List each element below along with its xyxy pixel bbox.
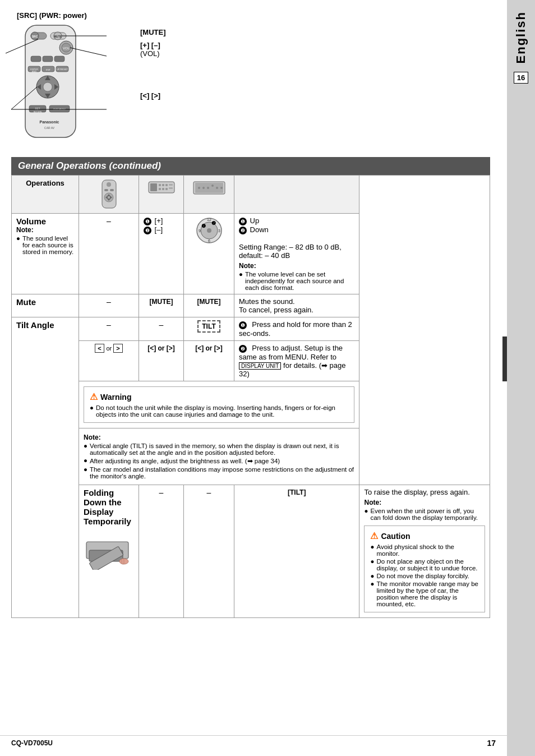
remote-container: SRC MUTE VOL ENTER BWD ENT UP/RESET xyxy=(17,22,112,151)
right-black-bar xyxy=(502,336,507,381)
svg-point-67 xyxy=(207,228,211,233)
folding-remote: – xyxy=(139,485,184,618)
tilt-row-2: < or > [<] or [>] [<] or [>] ❷ Press to … xyxy=(12,341,490,381)
volume-unit-cell: ❶ [+] ❷ [–] xyxy=(139,214,184,294)
tilt-row-1: Tilt Angle – – TILT ❶ Press and hold for… xyxy=(12,317,490,341)
tilt-note-cell: Note: ● Vertical angle (TILT) is saved i… xyxy=(79,428,359,485)
caution-b2: ● Do not place any object on the display… xyxy=(370,558,479,571)
svg-text:CAR AV: CAR AV xyxy=(44,126,55,130)
tilt-warning-cell: ⚠ Warning ● Do not touch the unit while … xyxy=(79,381,359,428)
volume-note-bullet: ● The sound level for each source is sto… xyxy=(16,235,74,255)
tilt-note-b3: ● The car model and installation conditi… xyxy=(84,466,354,480)
svg-text:SRC: SRC xyxy=(32,35,38,38)
svg-rect-12 xyxy=(54,56,64,62)
volume-remote-cell: – xyxy=(79,214,139,294)
warning-bullet: ● Do not touch the unit while the displa… xyxy=(90,404,348,418)
annotations-block: [MUTE] [+] [–] (VOL) [<] [>] xyxy=(140,28,166,104)
svg-rect-48 xyxy=(150,183,157,191)
mute-desc-cell: Mutes the sound.To cancel, press again. xyxy=(234,294,359,317)
tilt-circle-1: ❶ xyxy=(239,321,247,329)
tilt-2-remote: < or > xyxy=(79,341,139,381)
model-name: CQ-VD7005U xyxy=(11,739,53,747)
dial-icon: 12 3 9 6 ❷ ❶ xyxy=(195,216,223,245)
folding-op-cell: Folding Down the Display Temporarily xyxy=(79,485,139,618)
sidebar-english: English 16 xyxy=(507,0,535,756)
svg-text:BWD: BWD xyxy=(32,71,37,73)
svg-rect-52 xyxy=(159,188,161,190)
caution-b4: ● The monitor movable range may be limit… xyxy=(370,580,479,607)
tilt-note-b2: ● After adjusting its angle, adjust the … xyxy=(84,457,354,465)
svg-text:12: 12 xyxy=(207,218,211,222)
circle-2: ❷ xyxy=(144,227,151,234)
right-arrow-btn: > xyxy=(113,344,122,353)
tilt-op-cell: Tilt Angle xyxy=(12,317,79,618)
svg-rect-10 xyxy=(31,56,41,62)
folding-monitor-label: [TILT] xyxy=(288,488,306,496)
tilt-1-remote: – xyxy=(79,317,139,341)
folding-desc-cell: To raise the display, press again. Note:… xyxy=(359,485,490,618)
caution-b3: ● Do not move the display forcibly. xyxy=(370,573,479,579)
operations-table: Operations xyxy=(11,175,490,618)
svg-rect-78 xyxy=(122,559,124,564)
svg-text:DVD MENU: DVD MENU xyxy=(53,108,65,110)
svg-point-59 xyxy=(198,187,200,189)
col-operations-header: Operations xyxy=(12,176,79,214)
folding-illustration xyxy=(84,531,134,571)
svg-point-61 xyxy=(207,187,209,189)
remote-icon xyxy=(82,179,135,210)
col-remote-header xyxy=(79,176,139,214)
volume-op-cell: Volume Note: ● The sound level for each … xyxy=(12,214,79,294)
volume-note: Note: ● The sound level for each source … xyxy=(16,226,74,255)
unit-icon xyxy=(142,179,180,196)
vol-annotation: [+] [–] (VOL) xyxy=(140,41,166,58)
svg-text:❷: ❷ xyxy=(211,220,216,226)
volume-extra-note-label: Note: xyxy=(239,262,354,270)
nav-annotation: [<] [>] xyxy=(140,91,166,100)
table-header-row: Operations xyxy=(12,176,490,214)
tilt-note-b1: ● Vertical angle (TILT) is saved in the … xyxy=(84,442,354,456)
mute-remote-cell: – xyxy=(79,294,139,317)
svg-rect-50 xyxy=(162,184,164,186)
volume-desc-cell: ❶ Up ❷ Down Setting Range: – 82 dB to 0 … xyxy=(234,214,359,294)
top-section: [SRC] (PWR: power) SRC MUTE VOL xyxy=(0,0,507,157)
svg-rect-53 xyxy=(162,188,164,190)
mute-desc-text: Mutes the sound.To cancel, press again. xyxy=(239,297,354,314)
tilt-name: Tilt Angle xyxy=(16,320,74,330)
folding-svg xyxy=(84,531,134,570)
col-monitor-header xyxy=(184,176,234,214)
svg-point-21 xyxy=(43,82,52,91)
volume-down: ❷ Down xyxy=(239,225,354,234)
svg-rect-56 xyxy=(169,187,173,189)
svg-point-63 xyxy=(216,187,218,189)
mute-name: Mute xyxy=(16,297,74,307)
remote-svg: SRC MUTE VOL ENTER BWD ENT UP/RESET xyxy=(17,22,90,146)
mute-monitor-label: [MUTE] xyxy=(197,298,221,306)
volume-monitor-cell: 12 3 9 6 ❷ ❶ xyxy=(184,214,234,294)
svg-point-60 xyxy=(202,187,205,189)
svg-text:❶: ❶ xyxy=(201,223,206,229)
mute-row: Mute – [MUTE] [MUTE] Mutes the sound.To … xyxy=(12,294,490,317)
col-desc-header xyxy=(234,176,359,214)
svg-rect-49 xyxy=(159,184,161,186)
col-unit-header xyxy=(139,176,184,214)
tilt-1-desc: ❶ Press and hold for more than 2 sec-ond… xyxy=(234,317,359,341)
tilt-note-row: Note: ● Vertical angle (TILT) is saved i… xyxy=(12,428,490,485)
circle-1: ❶ xyxy=(144,218,151,225)
mute-unit-cell: [MUTE] xyxy=(139,294,184,317)
volume-name: Volume xyxy=(16,216,74,226)
tilt-circle-2: ❷ xyxy=(239,345,247,353)
tilt-note-section: Note: ● Vertical angle (TILT) is saved i… xyxy=(84,431,354,482)
svg-rect-11 xyxy=(43,56,53,62)
svg-text:RET: RET xyxy=(35,108,40,110)
svg-text:3: 3 xyxy=(218,229,220,233)
folding-monitor: [TILT] xyxy=(234,485,359,618)
svg-rect-41 xyxy=(110,189,114,191)
caution-title: ⚠ Caution xyxy=(370,531,479,541)
folding-note-label: Note: xyxy=(364,499,381,506)
mute-monitor-cell: [MUTE] xyxy=(184,294,234,317)
caution-triangle-icon: ⚠ xyxy=(370,531,378,541)
mute-unit-label: [MUTE] xyxy=(150,298,173,306)
volume-up: ❶ Up xyxy=(239,216,354,225)
main-section: General Operations (continued) Operation… xyxy=(0,157,507,629)
remote-area: [SRC] (PWR: power) SRC MUTE VOL xyxy=(17,11,112,151)
